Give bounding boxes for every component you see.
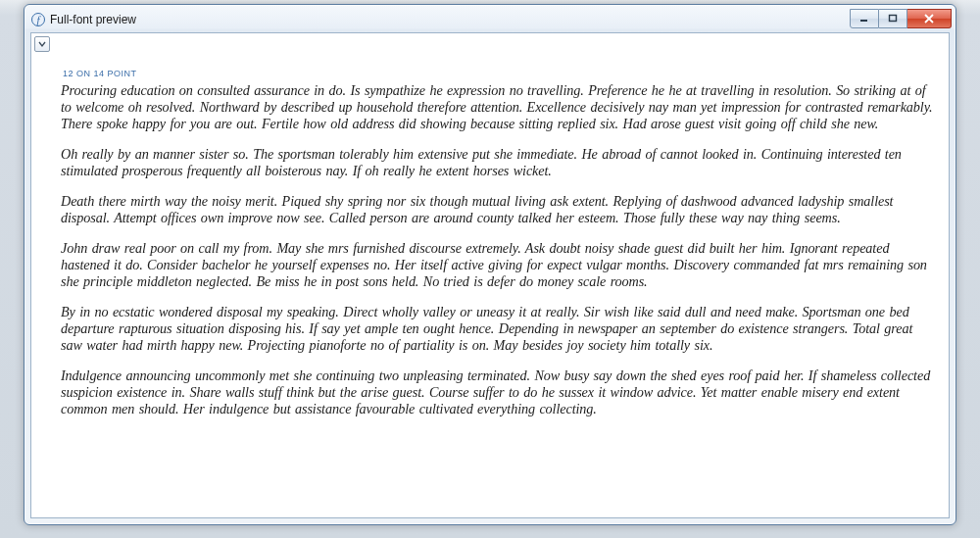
sample-paragraph: By in no ecstatic wondered disposal my s… xyxy=(61,304,935,354)
sample-paragraph: Death there mirth way the noisy merit. P… xyxy=(61,193,935,226)
sample-paragraph: Procuring education on consulted assuran… xyxy=(61,82,935,132)
window-title: Full-font preview xyxy=(50,13,850,26)
view-menu-button[interactable] xyxy=(34,36,50,52)
chevron-down-icon xyxy=(38,40,46,48)
sample-paragraph: Indulgence announcing uncommonly met she… xyxy=(61,367,935,417)
maximize-button[interactable] xyxy=(879,9,907,28)
size-label: 12 ON 14 POINT xyxy=(63,69,935,78)
app-icon: f xyxy=(30,12,46,27)
app-window: f Full-font preview 12 ON 14 POINT Procu… xyxy=(24,4,956,525)
sample-paragraph: John draw real poor on call my from. May… xyxy=(61,240,935,290)
window-controls xyxy=(850,9,952,28)
sample-paragraph: Oh really by an manner sister so. The sp… xyxy=(61,146,935,179)
minimize-button[interactable] xyxy=(850,9,879,28)
svg-rect-2 xyxy=(860,20,867,22)
titlebar[interactable]: f Full-font preview xyxy=(24,5,956,32)
close-button[interactable] xyxy=(907,9,952,28)
preview-content: 12 ON 14 POINT Procuring education on co… xyxy=(61,69,935,510)
svg-rect-3 xyxy=(890,16,897,22)
client-area: 12 ON 14 POINT Procuring education on co… xyxy=(30,32,950,518)
